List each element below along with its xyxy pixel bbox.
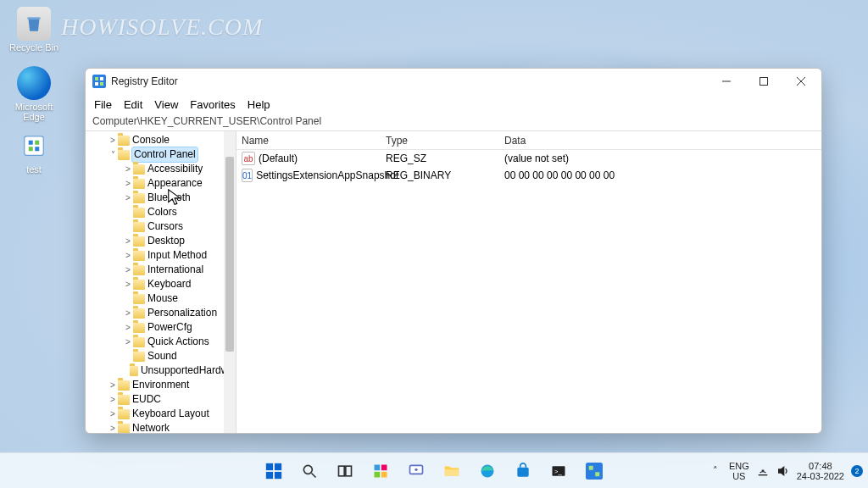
clock[interactable]: 07:48 24-03-2022 xyxy=(797,461,844,481)
expand-icon[interactable]: > xyxy=(123,248,133,263)
search-button[interactable] xyxy=(293,455,326,487)
tree-node[interactable]: >Network xyxy=(89,421,236,433)
value-data: 00 00 00 00 00 00 00 00 xyxy=(504,169,821,181)
system-tray: ˄ ENG US 07:48 24-03-2022 2 xyxy=(709,461,863,481)
value-type: REG_SZ xyxy=(386,152,504,164)
tree-node[interactable]: >Desktop xyxy=(89,234,236,248)
expand-icon[interactable]: > xyxy=(108,407,118,421)
folder-icon xyxy=(133,294,145,304)
column-name[interactable]: Name xyxy=(242,135,386,147)
tree-node[interactable]: >Appearance xyxy=(89,176,236,191)
expand-icon[interactable]: > xyxy=(108,378,118,392)
desktop-icon-label: Recycle Bin xyxy=(9,42,58,53)
tree-node[interactable]: ˅Control Panel xyxy=(89,147,236,162)
svg-rect-15 xyxy=(275,463,281,469)
tree-label: Console xyxy=(132,133,170,147)
tree-node[interactable]: >PowerCfg xyxy=(89,320,236,335)
tree-node[interactable]: >International xyxy=(89,263,236,277)
svg-rect-30 xyxy=(517,467,528,476)
expand-icon[interactable]: > xyxy=(108,421,118,433)
tray-overflow-icon[interactable]: ˄ xyxy=(709,464,722,478)
tree-node[interactable]: >Keyboard Layout xyxy=(89,407,236,421)
tree-label: Quick Actions xyxy=(147,335,209,349)
store-button[interactable] xyxy=(507,455,539,487)
volume-icon[interactable] xyxy=(776,464,790,478)
expand-icon[interactable]: > xyxy=(123,176,133,191)
task-view-button[interactable] xyxy=(329,455,361,487)
menu-view[interactable]: View xyxy=(154,98,178,111)
address-bar[interactable]: Computer\HKEY_CURRENT_USER\Control Panel xyxy=(86,114,821,131)
expand-icon[interactable]: > xyxy=(108,133,118,147)
desktop-icon-test[interactable]: test xyxy=(7,129,61,175)
tree-node[interactable]: UnsupportedHardwa xyxy=(89,363,236,378)
language-indicator[interactable]: ENG US xyxy=(729,461,749,481)
tree-label: Appearance xyxy=(147,176,203,191)
desktop-icon-label: test xyxy=(26,164,42,175)
tree-node[interactable]: >Input Method xyxy=(89,248,236,263)
regedit-taskbar-button[interactable] xyxy=(578,455,610,487)
tree-node[interactable]: Mouse xyxy=(89,291,236,306)
folder-icon xyxy=(118,380,130,391)
column-data[interactable]: Data xyxy=(504,135,821,147)
svg-rect-7 xyxy=(100,77,103,80)
expand-icon[interactable]: > xyxy=(123,335,133,349)
tree-node[interactable]: Sound xyxy=(89,349,236,363)
tree-node[interactable]: >Environment xyxy=(89,378,236,392)
file-explorer-button[interactable] xyxy=(436,455,468,487)
desktop-icon-recycle-bin[interactable]: Recycle Bin xyxy=(7,7,61,53)
menu-help[interactable]: Help xyxy=(248,98,270,111)
value-row[interactable]: ab(Default)REG_SZ(value not set) xyxy=(236,150,821,167)
notification-badge[interactable]: 2 xyxy=(851,465,863,477)
folder-icon xyxy=(118,150,130,160)
tree-node[interactable]: >Console xyxy=(89,133,236,147)
svg-rect-34 xyxy=(589,465,593,469)
expand-icon[interactable]: > xyxy=(123,191,133,205)
tree-node[interactable]: >Quick Actions xyxy=(89,335,236,349)
scrollbar-thumb[interactable] xyxy=(225,157,234,352)
column-type[interactable]: Type xyxy=(386,135,504,147)
values-pane[interactable]: Name Type Data ab(Default)REG_SZ(value n… xyxy=(236,131,821,433)
minimize-button[interactable] xyxy=(708,69,745,94)
maximize-button[interactable] xyxy=(745,69,782,94)
svg-line-19 xyxy=(312,473,316,477)
tree-node[interactable]: Colors xyxy=(89,205,236,219)
titlebar[interactable]: Registry Editor xyxy=(86,69,821,94)
tree-label: Control Panel xyxy=(132,147,198,162)
network-icon[interactable] xyxy=(756,464,770,478)
desktop-icon-edge[interactable]: Microsoft Edge xyxy=(7,66,61,122)
expand-icon[interactable]: > xyxy=(108,392,118,407)
svg-rect-4 xyxy=(35,147,39,151)
list-header[interactable]: Name Type Data xyxy=(236,131,821,150)
expand-icon[interactable]: > xyxy=(123,306,133,320)
tree-node[interactable]: Cursors xyxy=(89,219,236,234)
tree-pane[interactable]: >Console˅Control Panel>Accessibility>App… xyxy=(86,131,236,433)
menu-favorites[interactable]: Favorites xyxy=(190,98,235,111)
tree-node[interactable]: >Bluetooth xyxy=(89,191,236,205)
expand-icon[interactable]: > xyxy=(123,320,133,335)
tree-node[interactable]: >Accessibility xyxy=(89,162,236,176)
tree-node[interactable]: >EUDC xyxy=(89,392,236,407)
value-row[interactable]: 01SettingsExtensionAppSnapshotREG_BINARY… xyxy=(236,167,821,184)
tree-scrollbar[interactable] xyxy=(224,131,236,433)
svg-rect-3 xyxy=(29,147,33,151)
tree-node[interactable]: >Keyboard xyxy=(89,277,236,291)
start-button[interactable] xyxy=(258,455,290,487)
svg-rect-9 xyxy=(100,82,103,86)
widgets-button[interactable] xyxy=(364,455,397,487)
expand-icon[interactable]: > xyxy=(123,263,133,277)
close-button[interactable] xyxy=(782,69,820,94)
binary-value-icon: 01 xyxy=(242,169,253,182)
expand-icon[interactable]: > xyxy=(123,277,133,291)
edge-button[interactable] xyxy=(471,455,504,487)
tree-label: Sound xyxy=(147,349,177,363)
svg-rect-2 xyxy=(35,141,39,145)
menu-edit[interactable]: Edit xyxy=(124,98,142,111)
chat-button[interactable] xyxy=(400,455,432,487)
terminal-button[interactable]: >_ xyxy=(542,455,575,487)
folder-icon xyxy=(118,409,130,419)
expand-icon[interactable]: ˅ xyxy=(108,147,118,162)
tree-node[interactable]: >Personalization xyxy=(89,306,236,320)
expand-icon[interactable]: > xyxy=(123,162,133,176)
expand-icon[interactable]: > xyxy=(123,234,133,248)
menu-file[interactable]: File xyxy=(94,98,112,111)
